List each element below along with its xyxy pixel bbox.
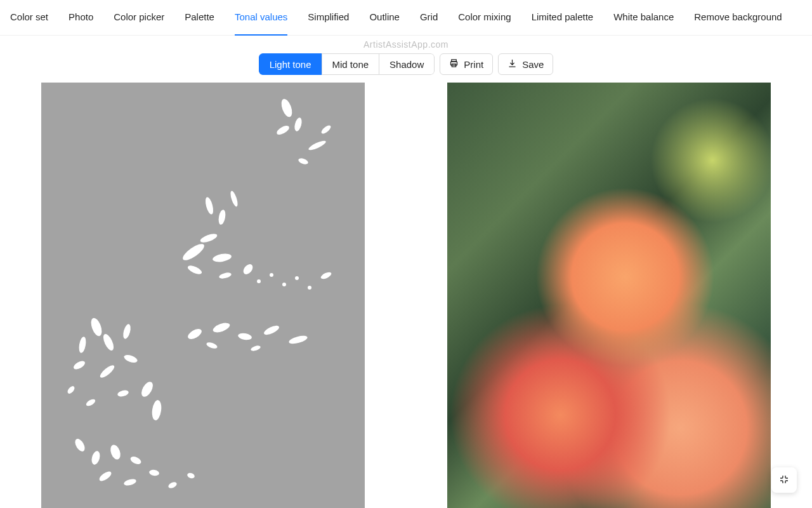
save-button[interactable]: Save (498, 53, 553, 75)
tab-limited-palette[interactable]: Limited palette (532, 0, 594, 36)
tab-color-set[interactable]: Color set (10, 0, 48, 36)
toolbar: Light tone Mid tone Shadow Print Save (0, 50, 812, 83)
mid-tone-button[interactable]: Mid tone (322, 53, 380, 75)
main-tabs: Color set Photo Color picker Palette Ton… (0, 0, 812, 36)
tonal-value-panel[interactable] (41, 83, 365, 508)
printer-icon (449, 58, 459, 70)
light-tone-button[interactable]: Light tone (259, 53, 322, 75)
save-label: Save (522, 59, 544, 70)
reference-photo-panel[interactable] (447, 83, 771, 508)
tab-tonal-values[interactable]: Tonal values (235, 0, 287, 36)
print-label: Print (464, 59, 483, 70)
tab-white-balance[interactable]: White balance (613, 0, 674, 36)
image-panels (0, 83, 812, 508)
tab-photo[interactable]: Photo (69, 0, 93, 36)
download-icon (508, 58, 517, 70)
tab-color-picker[interactable]: Color picker (114, 0, 164, 36)
tone-segmented: Light tone Mid tone Shadow (259, 53, 435, 75)
shadow-button[interactable]: Shadow (379, 53, 435, 75)
compress-float-button[interactable] (771, 467, 797, 493)
tab-simplified[interactable]: Simplified (308, 0, 349, 36)
tab-color-mixing[interactable]: Color mixing (458, 0, 511, 36)
tab-grid[interactable]: Grid (420, 0, 438, 36)
tab-palette[interactable]: Palette (185, 0, 214, 36)
tab-outline[interactable]: Outline (369, 0, 400, 36)
tab-remove-background[interactable]: Remove background (694, 0, 782, 36)
print-button[interactable]: Print (440, 53, 493, 75)
compress-icon (779, 474, 789, 486)
watermark-text: ArtistAssistApp.com (0, 36, 812, 50)
